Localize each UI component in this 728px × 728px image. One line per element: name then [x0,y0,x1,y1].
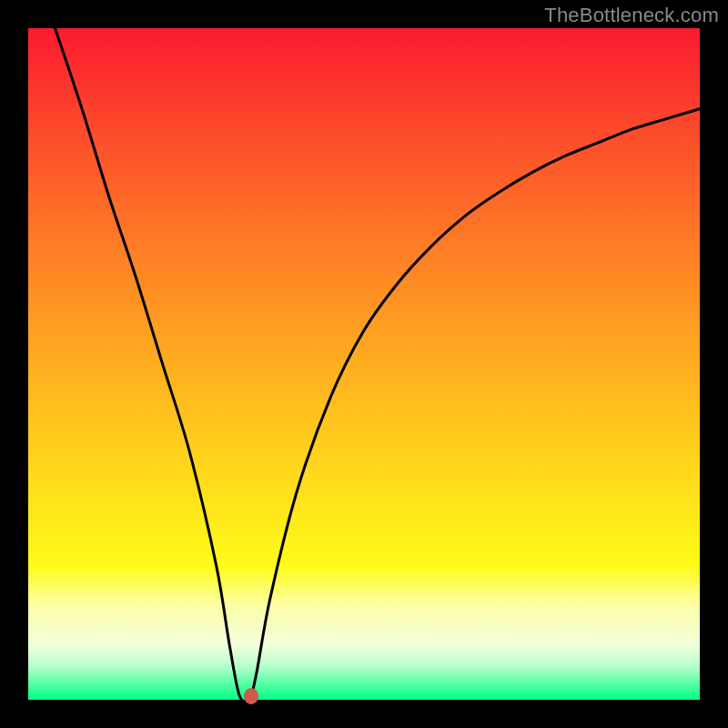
frame-left [0,0,28,728]
frame-right [700,0,728,728]
optimal-point-marker [244,688,258,704]
bottleneck-curve [28,28,700,700]
watermark-text: TheBottleneck.com [544,4,719,27]
curve-path [56,28,700,702]
frame-bottom [0,700,728,728]
